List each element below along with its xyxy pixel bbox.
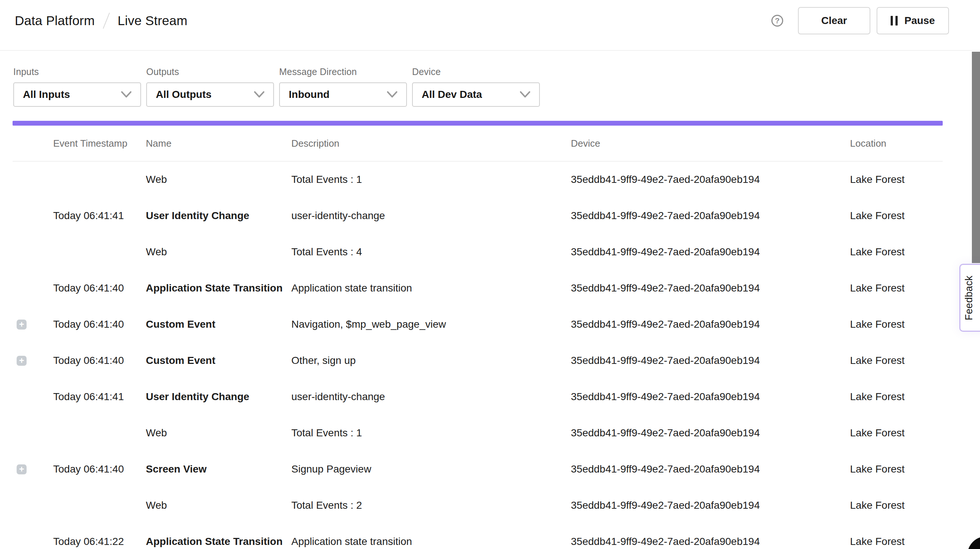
- event-location: Lake Forest: [850, 355, 943, 367]
- feedback-tab-label: Feedback: [963, 276, 975, 320]
- event-timestamp: Today 06:41:40: [53, 282, 146, 294]
- event-timestamp: Today 06:41:22: [53, 536, 146, 547]
- toolbar: ? Clear Pause: [772, 7, 949, 34]
- table-row: Today 06:41:41User Identity Changeuser-i…: [13, 198, 943, 234]
- event-device: 35eddb41-9ff9-49e2-7aed-20afa90eb194: [571, 500, 850, 511]
- table-row: WebTotal Events : 135eddb41-9ff9-49e2-7a…: [13, 415, 943, 451]
- clear-button-label: Clear: [821, 15, 847, 27]
- event-name: Custom Event: [146, 318, 291, 330]
- event-location: Lake Forest: [850, 391, 943, 403]
- expand-row-button[interactable]: +: [17, 464, 27, 474]
- table-row: WebTotal Events : 135eddb41-9ff9-49e2-7a…: [13, 161, 943, 198]
- column-device: Device: [571, 138, 850, 149]
- clear-button[interactable]: Clear: [798, 7, 870, 34]
- event-name: Web: [146, 246, 291, 258]
- event-name: Screen View: [146, 463, 291, 475]
- event-description: Signup Pageview: [291, 463, 571, 475]
- breadcrumb-section[interactable]: Data Platform: [15, 13, 95, 28]
- event-location: Lake Forest: [850, 463, 943, 475]
- column-event-timestamp: Event Timestamp: [53, 138, 146, 149]
- filter-device-label: Device: [412, 67, 540, 77]
- pause-button[interactable]: Pause: [877, 7, 949, 34]
- event-description: Total Events : 1: [291, 174, 571, 185]
- plus-icon: +: [19, 320, 24, 329]
- event-device: 35eddb41-9ff9-49e2-7aed-20afa90eb194: [571, 174, 850, 185]
- expand-row-button[interactable]: +: [17, 356, 27, 366]
- events-table: Event Timestamp Name Description Device …: [13, 126, 943, 549]
- event-timestamp: Today 06:41:40: [53, 318, 146, 330]
- column-name: Name: [146, 138, 291, 149]
- top-bar: Data Platform Live Stream ? Clear Pause: [0, 0, 980, 51]
- expand-row-button[interactable]: +: [17, 319, 27, 330]
- event-location: Lake Forest: [850, 282, 943, 294]
- event-name: User Identity Change: [146, 391, 291, 403]
- column-location: Location: [850, 138, 943, 149]
- event-name: User Identity Change: [146, 210, 291, 222]
- event-location: Lake Forest: [850, 318, 943, 330]
- event-description: Other, sign up: [291, 355, 571, 367]
- table-body: WebTotal Events : 135eddb41-9ff9-49e2-7a…: [13, 161, 943, 549]
- chevron-down-icon: [387, 91, 397, 98]
- event-device: 35eddb41-9ff9-49e2-7aed-20afa90eb194: [571, 246, 850, 258]
- event-device: 35eddb41-9ff9-49e2-7aed-20afa90eb194: [571, 355, 850, 367]
- column-description: Description: [291, 138, 571, 149]
- chevron-down-icon: [254, 91, 264, 98]
- event-description: user-identity-change: [291, 210, 571, 222]
- message-direction-select-value: Inbound: [289, 89, 329, 101]
- filter-bar: Inputs All Inputs Outputs All Outputs Me…: [13, 67, 545, 107]
- plus-icon: +: [19, 465, 24, 474]
- event-timestamp: Today 06:41:40: [53, 463, 146, 475]
- filter-inputs: Inputs All Inputs: [13, 67, 141, 107]
- event-description: Total Events : 1: [291, 427, 571, 439]
- event-device: 35eddb41-9ff9-49e2-7aed-20afa90eb194: [571, 463, 850, 475]
- chat-widget-button[interactable]: [967, 536, 980, 549]
- help-icon[interactable]: ?: [772, 15, 783, 27]
- event-name: Application State Transition: [146, 536, 291, 547]
- device-select[interactable]: All Dev Data: [412, 82, 540, 107]
- event-device: 35eddb41-9ff9-49e2-7aed-20afa90eb194: [571, 536, 850, 547]
- event-device: 35eddb41-9ff9-49e2-7aed-20afa90eb194: [571, 427, 850, 439]
- live-stream-page: Data Platform Live Stream ? Clear Pause …: [0, 0, 980, 549]
- feedback-tab[interactable]: Feedback: [959, 264, 980, 332]
- event-timestamp: Today 06:41:41: [53, 210, 146, 222]
- event-description: Total Events : 4: [291, 246, 571, 258]
- event-timestamp: Today 06:41:41: [53, 391, 146, 403]
- event-location: Lake Forest: [850, 246, 943, 258]
- vertical-scrollbar[interactable]: [972, 52, 980, 263]
- outputs-select[interactable]: All Outputs: [146, 82, 274, 107]
- table-row: WebTotal Events : 435eddb41-9ff9-49e2-7a…: [13, 234, 943, 270]
- breadcrumb-page: Live Stream: [118, 13, 188, 28]
- table-row: +Today 06:41:40Custom EventOther, sign u…: [13, 343, 943, 379]
- inputs-select-value: All Inputs: [23, 89, 70, 101]
- filter-message-direction-label: Message Direction: [279, 67, 407, 77]
- event-device: 35eddb41-9ff9-49e2-7aed-20afa90eb194: [571, 391, 850, 403]
- event-location: Lake Forest: [850, 427, 943, 439]
- event-description: Navigation, $mp_web_page_view: [291, 318, 571, 330]
- filter-outputs: Outputs All Outputs: [146, 67, 274, 107]
- event-location: Lake Forest: [850, 210, 943, 222]
- accent-divider: [13, 121, 943, 126]
- table-row: Today 06:41:40Application State Transiti…: [13, 270, 943, 306]
- event-description: Total Events : 2: [291, 500, 571, 511]
- event-device: 35eddb41-9ff9-49e2-7aed-20afa90eb194: [571, 210, 850, 222]
- breadcrumb-separator-icon: [103, 13, 110, 29]
- table-row: Today 06:41:41User Identity Changeuser-i…: [13, 379, 943, 415]
- chevron-down-icon: [520, 91, 530, 98]
- message-direction-select[interactable]: Inbound: [279, 82, 407, 107]
- event-description: Application state transition: [291, 282, 571, 294]
- device-select-value: All Dev Data: [422, 89, 482, 101]
- breadcrumb: Data Platform Live Stream: [15, 7, 188, 34]
- filter-message-direction: Message Direction Inbound: [279, 67, 407, 107]
- filter-inputs-label: Inputs: [13, 67, 141, 77]
- event-name: Application State Transition: [146, 282, 291, 294]
- event-description: user-identity-change: [291, 391, 571, 403]
- table-row: Today 06:41:22Application State Transiti…: [13, 523, 943, 549]
- event-name: Web: [146, 174, 291, 185]
- event-timestamp: Today 06:41:40: [53, 355, 146, 367]
- event-name: Custom Event: [146, 355, 291, 367]
- inputs-select[interactable]: All Inputs: [13, 82, 141, 107]
- event-location: Lake Forest: [850, 174, 943, 185]
- event-device: 35eddb41-9ff9-49e2-7aed-20afa90eb194: [571, 318, 850, 330]
- pause-button-label: Pause: [904, 15, 935, 27]
- table-row: WebTotal Events : 235eddb41-9ff9-49e2-7a…: [13, 487, 943, 523]
